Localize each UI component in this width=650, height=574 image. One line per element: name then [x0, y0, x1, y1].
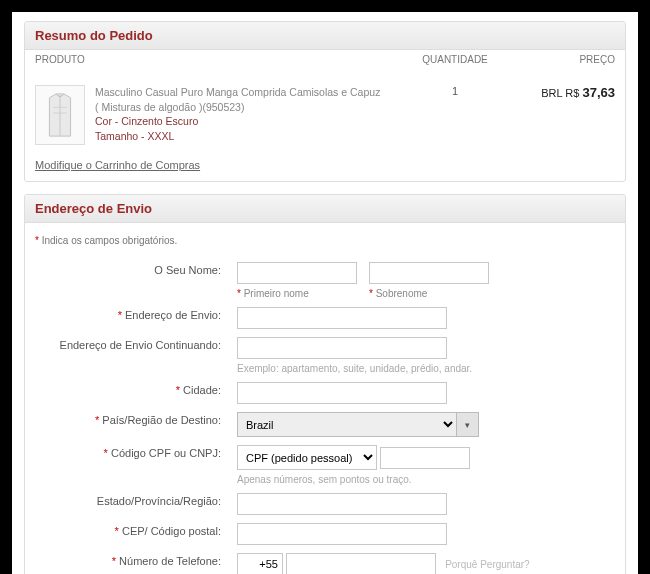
label-name: O Seu Nome:: [35, 258, 235, 303]
product-thumbnail[interactable]: [35, 85, 85, 145]
cpf-input[interactable]: [380, 447, 470, 469]
modify-cart-link[interactable]: Modifique o Carrinho de Compras: [35, 159, 200, 171]
product-qty: 1: [385, 85, 525, 97]
phone-why-link[interactable]: Porquê Perguntar?: [445, 559, 530, 570]
city-input[interactable]: [237, 382, 447, 404]
checkout-page: Resumo do Pedido PRODUTO QUANTIDADE PREÇ…: [12, 12, 638, 574]
shipping-panel: Endereço de Envio Indica os campos obrig…: [24, 194, 626, 574]
chevron-down-icon[interactable]: ▾: [457, 412, 479, 437]
addr-hint: Exemplo: apartamento, suite, unidade, pr…: [237, 363, 613, 374]
first-name-input[interactable]: [237, 262, 357, 284]
label-cpf: Código CPF ou CNPJ:: [104, 447, 221, 459]
order-summary-title: Resumo do Pedido: [25, 22, 625, 50]
order-item-row: Masculino Casual Puro Manga Comprida Cam…: [35, 83, 615, 153]
label-addr2: Endereço de Envio Continuando:: [35, 333, 235, 378]
attr-color-value: Cinzento Escuro: [121, 115, 198, 127]
shipping-form: O Seu Nome: Primeiro nome Sobrenome: [35, 258, 615, 574]
phone-cc-input[interactable]: [237, 553, 283, 574]
shipping-title: Endereço de Envio: [25, 195, 625, 223]
phone-input[interactable]: [286, 553, 436, 574]
required-hint: Indica os campos obrigatórios.: [35, 235, 615, 246]
attr-size-value: XXXL: [148, 130, 175, 142]
label-zip: CEP/ Código postal:: [115, 525, 221, 537]
label-phone: Número de Telefone:: [112, 555, 221, 567]
last-name-input[interactable]: [369, 262, 489, 284]
product-name: Masculino Casual Puro Manga Comprida Cam…: [95, 85, 385, 114]
product-description: Masculino Casual Puro Manga Comprida Cam…: [95, 85, 385, 144]
label-addr1: Endereço de Envio:: [118, 309, 221, 321]
label-city: Cidade:: [176, 384, 221, 396]
col-product: PRODUTO: [35, 54, 385, 65]
label-state: Estado/Província/Região:: [35, 489, 235, 519]
first-name-sublabel: Primeiro nome: [237, 288, 357, 299]
label-country: País/Região de Destino:: [95, 414, 221, 426]
attr-size-label: Tamanho -: [95, 130, 148, 142]
attr-color-label: Cor -: [95, 115, 121, 127]
last-name-sublabel: Sobrenome: [369, 288, 489, 299]
state-input[interactable]: [237, 493, 447, 515]
country-select[interactable]: Brazil: [237, 412, 457, 437]
address1-input[interactable]: [237, 307, 447, 329]
zip-input[interactable]: [237, 523, 447, 545]
col-price: PREÇO: [525, 54, 615, 65]
cpf-hint: Apenas números, sem pontos ou traço.: [237, 474, 613, 485]
col-qty: QUANTIDADE: [385, 54, 525, 65]
address2-input[interactable]: [237, 337, 447, 359]
product-price: BRL R$ 37,63: [525, 85, 615, 100]
order-columns: PRODUTO QUANTIDADE PREÇO: [25, 50, 625, 73]
cpf-type-select[interactable]: CPF (pedido pessoal): [237, 445, 377, 470]
order-summary-panel: Resumo do Pedido PRODUTO QUANTIDADE PREÇ…: [24, 21, 626, 182]
